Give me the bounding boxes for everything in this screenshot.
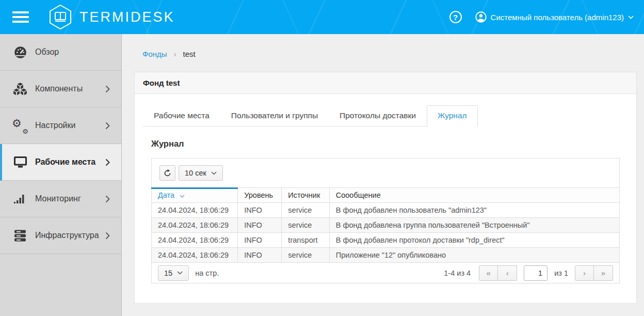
first-page-button[interactable]: « [479,265,498,281]
card-title: Фонд test [135,72,636,94]
user-name-label: Системный пользователь (admin123) [491,13,624,22]
workplaces-icon [12,156,28,168]
tab-bar: Рабочие места Пользователи и группы Прот… [143,105,478,127]
sidebar-item-label: Настройки [35,121,75,130]
last-page-button[interactable]: » [594,265,613,281]
breadcrumb: Фонды › test [134,34,637,58]
cell-message: В фонд добавлен пользователь "admin123" [329,203,619,218]
cell-level: INFO [238,218,282,233]
next-page-button[interactable]: › [575,265,594,281]
table-footer: 15 на стр. 1-4 из 4 « ‹ [152,263,619,283]
cell-source: service [282,248,329,263]
sidebar-item-label: Рабочие места [35,157,95,167]
chevron-right-icon [105,195,110,203]
of-pages-label: из 1 [554,269,568,277]
sidebar-item-components[interactable]: Компоненты [0,71,121,107]
table-row[interactable]: 24.04.2024, 18:06:29 INFO transport В фо… [152,233,619,248]
sort-desc-icon [180,191,185,199]
per-page-label: на стр. [195,269,219,277]
breadcrumb-separator: › [174,50,176,58]
chevron-down-icon [211,171,217,175]
infrastructure-icon [12,229,28,242]
user-avatar-icon [475,11,487,23]
cell-date: 24.04.2024, 18:06:29 [152,218,238,233]
table-header-row: Дата Уровень Источник Соообщение [152,188,619,203]
sidebar-item-overview[interactable]: Обзор [0,34,121,71]
cell-message: Приложение "12" опубликовано [329,248,619,263]
journal-table-widget: 10 сек Дата [151,158,620,283]
cell-level: INFO [238,248,282,263]
help-icon[interactable]: ? [449,11,462,23]
table-row[interactable]: 24.04.2024, 18:06:29 INFO service В фонд… [152,203,619,218]
user-menu[interactable]: Системный пользователь (admin123) [475,11,634,23]
cell-source: transport [282,233,329,248]
cell-source: service [282,218,329,233]
sidebar-item-settings[interactable]: ⚙⚙ Настройки [0,107,121,144]
fund-card: Фонд test Рабочие места Пользователи и г… [134,72,637,304]
breadcrumb-current: test [183,50,196,58]
sidebar-item-infrastructure[interactable]: Инфраструктура [0,217,121,254]
column-header-message[interactable]: Соообщение [329,188,619,203]
column-header-date[interactable]: Дата [152,188,238,203]
app-header: TERMIDESK ? Системный пользователь (admi… [0,0,644,34]
brand: TERMIDESK [49,4,175,30]
settings-icon: ⚙⚙ [12,119,28,132]
cell-message: В фонд добавлен протокол доставки "rdp_d… [329,233,619,248]
monitoring-icon [12,193,28,205]
cell-date: 24.04.2024, 18:06:29 [152,233,238,248]
cell-date: 24.04.2024, 18:06:29 [152,248,238,263]
pagination: 1-4 из 4 « ‹ из 1 › » [444,265,613,281]
chevron-down-icon [628,15,634,19]
hamburger-menu-icon[interactable] [12,11,29,23]
page-size-select[interactable]: 15 [158,265,189,281]
termidesk-logo-icon [49,4,72,30]
main-content: Фонды › test Фонд test Рабочие места Пол… [122,34,644,316]
sidebar: Обзор Компоненты [0,34,122,316]
journal-heading: Журнал [151,139,620,149]
breadcrumb-link-funds[interactable]: Фонды [142,50,167,58]
chevron-right-icon [105,122,110,130]
cell-level: INFO [238,233,282,248]
sidebar-item-label: Обзор [35,48,59,57]
dashboard-icon [12,45,28,59]
prev-page-button[interactable]: ‹ [498,265,517,281]
tab-users-groups[interactable]: Пользователи и группы [220,105,329,127]
cell-date: 24.04.2024, 18:06:29 [152,203,238,218]
cell-level: INFO [238,203,282,218]
sidebar-item-workplaces[interactable]: Рабочие места [0,144,121,181]
components-icon [12,82,28,96]
table-row[interactable]: 24.04.2024, 18:06:29 INFO service Прилож… [152,248,619,263]
refresh-button[interactable] [159,165,175,181]
journal-toolbar: 10 сек [152,159,619,187]
journal-table: Дата Уровень Источник Соообщение [152,187,619,263]
sidebar-item-label: Мониторинг [35,194,81,203]
cell-message: В фонд добавлена группа пользователей "В… [329,218,619,233]
column-header-level[interactable]: Уровень [238,188,282,203]
chevron-right-icon [105,232,110,240]
brand-name: TERMIDESK [79,9,175,25]
column-header-source[interactable]: Источник [282,188,329,203]
page-number-input[interactable] [524,265,548,281]
tab-workplaces[interactable]: Рабочие места [143,105,220,127]
page-size-value: 15 [164,269,172,277]
sidebar-item-label: Инфраструктура [35,231,99,240]
chevron-right-icon [105,85,110,93]
cell-source: service [282,203,329,218]
tab-journal[interactable]: Журнал [427,105,478,127]
tab-delivery-protocols[interactable]: Протоколы доставки [329,105,427,127]
chevron-down-icon [177,271,183,275]
refresh-interval-value: 10 сек [185,169,206,177]
chevron-right-icon [105,159,110,166]
table-row[interactable]: 24.04.2024, 18:06:29 INFO service В фонд… [152,218,619,233]
refresh-interval-select[interactable]: 10 сек [179,165,223,181]
sidebar-item-monitoring[interactable]: Мониторинг [0,181,121,217]
sidebar-item-label: Компоненты [35,84,83,93]
range-label: 1-4 из 4 [444,269,471,277]
